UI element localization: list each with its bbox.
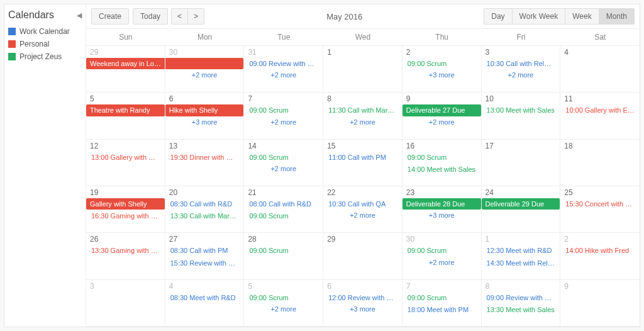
event[interactable]: 13:00 Gallery with Fred [89,152,162,163]
event[interactable]: 09:00 Review with Dev… [484,292,558,303]
event[interactable]: Gallery with Shelly [86,198,165,210]
day-cell[interactable]: 811:30 Call with Marketi…+2 more [323,93,402,139]
next-button[interactable]: > [187,8,204,25]
day-cell[interactable]: 612:00 Review with PM+3 more [323,280,402,327]
event[interactable]: 18:00 Meet with PM [405,304,479,315]
day-cell[interactable]: 2613:30 Gaming with Ra… [86,233,165,279]
event[interactable]: Deliverable 27 Due [402,104,481,116]
view-month[interactable]: Month [599,8,635,25]
event[interactable]: 09:00 Scrum [247,104,320,116]
more-link[interactable]: +2 more [482,70,560,80]
more-link[interactable]: +2 more [244,117,323,127]
event[interactable]: 13:30 Meet with Sales [484,304,558,315]
event[interactable]: Weekend away in London [86,58,165,69]
day-cell[interactable]: 17 [482,140,561,186]
day-cell[interactable]: 1319:30 Dinner with Mitch [165,140,245,186]
day-cell[interactable]: 3 [86,280,165,327]
calendar-item[interactable]: Work Calendar [8,27,82,36]
event[interactable]: 08:00 Call with R&D [247,198,320,210]
event[interactable]: 09:00 Scrum [247,245,320,256]
event[interactable]: 09:00 Scrum [405,152,479,163]
event[interactable]: Deliverable 28 Due [402,198,481,210]
event[interactable]: 10:00 Gallery with Elena [563,104,637,116]
more-link[interactable]: +2 more [244,70,323,80]
calendar-item[interactable]: Personal [8,40,82,48]
more-link[interactable]: +2 more [244,164,323,174]
more-link[interactable]: +3 more [323,304,402,314]
day-cell[interactable]: 709:00 Scrum+2 more [244,93,323,139]
event[interactable]: 09:00 Scrum [405,292,479,303]
event[interactable]: 08:30 Meet with R&D [168,292,242,303]
collapse-icon[interactable]: ◀ [77,11,82,20]
day-cell[interactable]: 1013:00 Meet with Sales [482,93,561,139]
day-cell[interactable]: 3009:00 Scrum+2 more [402,233,482,279]
day-cell[interactable]: 5Theatre with Randy [86,93,165,139]
event[interactable] [165,58,244,69]
event[interactable]: 10:30 Call with Release [484,58,558,69]
day-cell[interactable]: 29 [323,233,402,279]
more-link[interactable]: +2 more [402,257,481,267]
event[interactable]: 08:30 Call with R&D [168,198,242,210]
event[interactable]: 09:00 Scrum [247,292,320,303]
day-cell[interactable]: 9Deliverable 27 Due+2 more [402,93,482,139]
day-cell[interactable]: 2515:30 Concert with Sh… [560,186,640,233]
create-button[interactable]: Create [91,8,129,25]
day-cell[interactable]: 209:00 Scrum+3 more [402,46,482,93]
day-cell[interactable]: 2809:00 Scrum [244,233,323,279]
event[interactable]: Theatre with Randy [86,104,165,116]
event[interactable]: 14:00 Meet with Sales [405,164,479,175]
day-cell[interactable]: 1409:00 Scrum+2 more [244,140,323,186]
day-cell[interactable]: 1 [323,46,402,93]
event[interactable]: 15:30 Review with PM [168,257,242,269]
event[interactable]: 11:30 Call with Marketi… [326,104,399,116]
day-cell[interactable]: 1609:00 Scrum14:00 Meet with Sales [402,140,482,186]
day-cell[interactable]: 214:00 Hike with Fred [560,233,640,279]
more-link[interactable]: +2 more [402,117,481,127]
day-cell[interactable]: 18 [560,140,640,186]
event[interactable]: 16:30 Gaming with Mit… [89,210,162,222]
event[interactable]: 15:30 Concert with Sh… [563,198,637,210]
event[interactable]: 11:00 Call with PM [326,152,399,163]
prev-button[interactable]: < [171,8,188,25]
event[interactable]: Deliverable 29 Due [482,198,560,210]
day-cell[interactable]: 2210:30 Call with QA+2 more [323,186,402,233]
event[interactable]: 14:30 Meet with Relea… [484,257,558,269]
day-cell[interactable]: 4 [560,46,640,93]
day-cell[interactable]: 2008:30 Call with R&D13:30 Call with Mar… [165,186,245,233]
day-cell[interactable]: 310:30 Call with Release+2 more [482,46,561,93]
day-cell[interactable]: 29Weekend away in London [86,46,165,93]
calendar-item[interactable]: Project Zeus [8,52,82,61]
day-cell[interactable]: 19Gallery with Shelly16:30 Gaming with M… [86,186,165,233]
event[interactable]: 10:30 Call with QA [326,198,399,210]
view-workweek[interactable]: Work Week [512,8,566,25]
event[interactable]: 13:30 Gaming with Ra… [89,245,162,256]
day-cell[interactable]: 2708:30 Call with PM15:30 Review with PM [165,233,245,279]
event[interactable]: 09:00 Scrum [405,58,479,69]
day-cell[interactable]: 23Deliverable 28 Due+3 more [402,186,482,233]
day-cell[interactable]: 408:30 Meet with R&D [165,280,245,327]
event[interactable]: 12:00 Review with PM [326,292,399,303]
day-cell[interactable]: 1213:00 Gallery with Fred [86,140,165,186]
day-cell[interactable]: 2108:00 Call with R&D09:00 Scrum [244,186,323,233]
day-cell[interactable]: 24Deliverable 29 Due [482,186,561,233]
more-link[interactable]: +2 more [244,304,323,314]
day-cell[interactable]: 509:00 Scrum+2 more [244,280,323,327]
day-cell[interactable]: 809:00 Review with Dev…13:30 Meet with S… [482,280,561,327]
event[interactable]: 19:30 Dinner with Mitch [168,152,242,163]
event[interactable]: 12:30 Meet with R&D [484,245,558,256]
more-link[interactable]: +3 more [402,210,481,220]
more-link[interactable]: +3 more [165,117,244,127]
day-cell[interactable]: 1110:00 Gallery with Elena [560,93,640,139]
event[interactable]: 09:00 Review with Dev… [247,58,320,69]
more-link[interactable]: +2 more [165,70,244,80]
event[interactable]: 08:30 Call with PM [168,245,242,256]
event[interactable]: 09:00 Scrum [405,245,479,256]
day-cell[interactable]: 709:00 Scrum18:00 Meet with PM [402,280,482,327]
event[interactable]: 13:30 Call with Marketi… [168,210,242,222]
event[interactable]: 09:00 Scrum [247,210,320,222]
event[interactable]: 13:00 Meet with Sales [484,104,558,116]
day-cell[interactable]: 30 +2 more [165,46,245,93]
more-link[interactable]: +2 more [323,117,402,127]
today-button[interactable]: Today [133,8,168,25]
day-cell[interactable]: 3109:00 Review with Dev…+2 more [244,46,323,93]
